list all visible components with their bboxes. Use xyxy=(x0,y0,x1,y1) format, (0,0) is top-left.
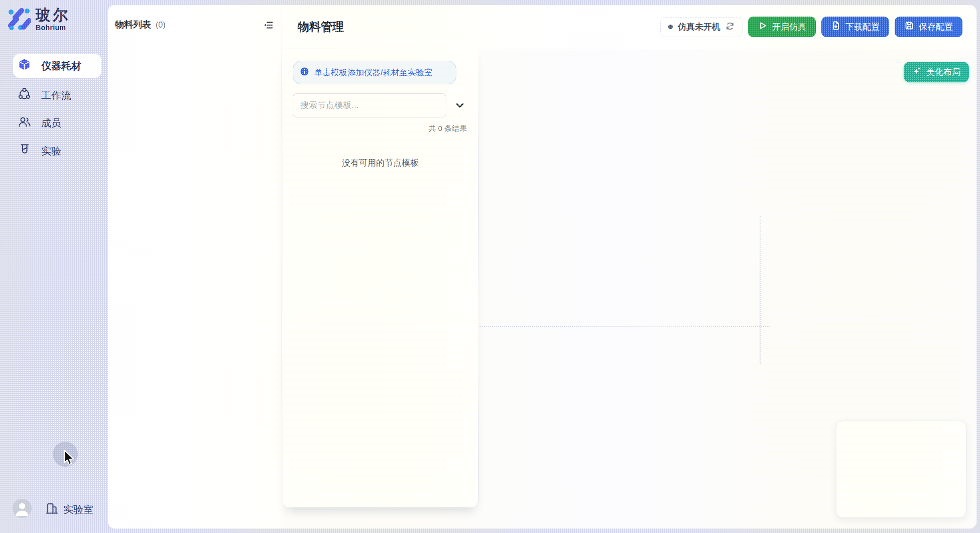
header-actions: 仿真未开机 xyxy=(660,17,962,37)
material-list-title: 物料列表 xyxy=(115,19,151,31)
template-search-input[interactable] xyxy=(293,93,446,117)
lab-switcher[interactable]: 实验室 xyxy=(45,502,93,517)
brand-logo[interactable]: 玻尔 Bohrium xyxy=(7,6,70,32)
download-config-button[interactable]: 下载配置 xyxy=(821,17,889,37)
empty-templates-message: 没有可用的节点模板 xyxy=(283,157,478,169)
play-icon xyxy=(758,21,768,33)
save-icon xyxy=(904,21,914,33)
sparkles-icon xyxy=(912,66,922,78)
template-hint-banner: 单击模板添加仪器/耗材至实验室 xyxy=(293,61,456,84)
status-label: 仿真未开机 xyxy=(678,21,720,33)
app-container: 物料列表 (0) 物料管理 仿真未开机 xyxy=(108,5,976,528)
sidebar-item-label: 实验 xyxy=(41,145,61,158)
brand-name: 玻尔 xyxy=(36,7,70,23)
download-config-label: 下载配置 xyxy=(845,21,880,33)
canvas-guide-horizontal xyxy=(478,326,770,327)
node-template-palette: 单击模板添加仪器/耗材至实验室 共 0 条结果 没有可用的节点模板 xyxy=(283,50,478,507)
material-list-count: (0) xyxy=(156,21,166,30)
collapse-panel-button[interactable] xyxy=(262,20,274,32)
building-icon xyxy=(45,501,59,517)
mouse-cursor-icon xyxy=(63,450,76,468)
bohrium-logo-icon xyxy=(7,6,31,32)
main-area: 物料管理 仿真未开机 xyxy=(283,5,976,528)
results-count: 共 0 条结果 xyxy=(428,124,467,134)
simulation-status: 仿真未开机 xyxy=(660,17,743,37)
refresh-icon xyxy=(725,22,734,32)
sidebar-item-label: 工作流 xyxy=(41,89,71,102)
beautify-layout-button[interactable]: 美化布局 xyxy=(904,62,969,82)
brand-subtitle: Bohrium xyxy=(36,24,70,32)
expand-templates-button[interactable] xyxy=(453,99,466,112)
canvas-guide-vertical xyxy=(760,216,761,364)
chevron-down-icon xyxy=(454,99,466,113)
main-header: 物料管理 仿真未开机 xyxy=(283,5,976,49)
sidebar-item-members[interactable]: 成员 xyxy=(13,111,101,135)
template-hint-text: 单击模板添加仪器/耗材至实验室 xyxy=(314,67,433,78)
info-icon xyxy=(300,67,309,78)
cube-icon xyxy=(18,58,31,74)
experiment-icon xyxy=(18,143,31,159)
material-list-header: 物料列表 (0) xyxy=(115,19,166,31)
canvas-minimap[interactable] xyxy=(836,421,966,518)
save-config-button[interactable]: 保存配置 xyxy=(895,17,962,37)
refresh-status-button[interactable] xyxy=(725,22,734,32)
lab-switcher-label: 实验室 xyxy=(63,503,93,516)
file-download-icon xyxy=(831,21,841,33)
bohrium-app: { "brand": { "name": "玻尔", "subtitle": "… xyxy=(0,0,980,533)
page-title: 物料管理 xyxy=(298,19,344,35)
start-simulation-label: 开启仿真 xyxy=(772,21,806,33)
sidebar-item-label: 仪器耗材 xyxy=(41,59,81,73)
workflow-icon xyxy=(18,87,31,103)
sidebar-item-workflow[interactable]: 工作流 xyxy=(13,83,101,107)
flow-canvas[interactable]: 单击模板添加仪器/耗材至实验室 共 0 条结果 没有可用的节点模板 xyxy=(283,50,976,528)
status-dot xyxy=(668,25,673,29)
user-avatar[interactable] xyxy=(13,499,32,518)
material-list-panel: 物料列表 (0) xyxy=(108,5,282,528)
indent-decrease-icon xyxy=(263,20,274,32)
save-config-label: 保存配置 xyxy=(919,21,953,33)
sidebar-item-label: 成员 xyxy=(41,116,61,130)
members-icon xyxy=(18,115,31,131)
sidebar-item-experiments[interactable]: 实验 xyxy=(13,139,101,163)
sidebar-item-instruments[interactable]: 仪器耗材 xyxy=(13,54,101,78)
start-simulation-button[interactable]: 开启仿真 xyxy=(748,17,816,37)
beautify-layout-label: 美化布局 xyxy=(926,66,960,78)
